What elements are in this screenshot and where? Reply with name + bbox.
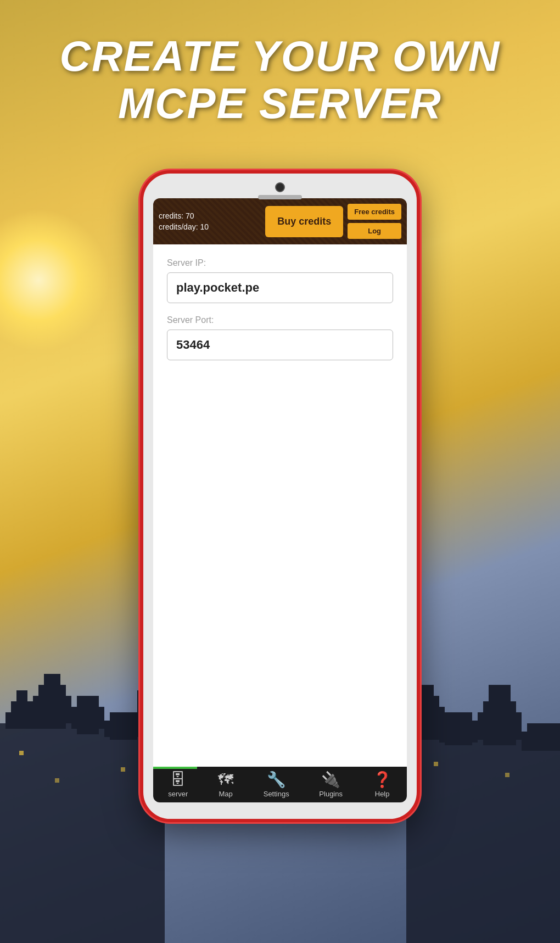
server-ip-label: Server IP: bbox=[167, 258, 393, 268]
server-ip-input[interactable] bbox=[167, 272, 393, 303]
server-port-label: Server Port: bbox=[167, 315, 393, 325]
buy-credits-button[interactable]: Buy credits bbox=[265, 206, 343, 237]
svg-rect-6 bbox=[44, 674, 60, 696]
svg-rect-26 bbox=[434, 762, 438, 766]
credits-amount: credits: 70 bbox=[159, 211, 261, 220]
server-icon: 🗄 bbox=[170, 772, 186, 788]
plugins-icon: 🔌 bbox=[321, 772, 340, 788]
phone-speaker bbox=[258, 195, 302, 199]
svg-rect-12 bbox=[19, 751, 24, 755]
nav-settings[interactable]: 🔧 Settings bbox=[264, 772, 289, 798]
phone-camera bbox=[275, 182, 285, 192]
phone-screen: credits: 70 credits/day: 10 Buy credits … bbox=[153, 198, 407, 802]
nav-help[interactable]: ❓ Help bbox=[373, 772, 392, 798]
svg-rect-15 bbox=[406, 734, 560, 943]
phone-mockup: credits: 70 credits/day: 10 Buy credits … bbox=[140, 170, 420, 822]
svg-rect-25 bbox=[522, 732, 560, 751]
nav-settings-label: Settings bbox=[264, 790, 289, 798]
svg-rect-22 bbox=[478, 712, 522, 740]
page-title: CREATE YOUR OWN MCPE SERVER bbox=[0, 33, 560, 127]
credits-info: credits: 70 credits/day: 10 bbox=[159, 211, 261, 231]
phone-shell: credits: 70 credits/day: 10 Buy credits … bbox=[140, 170, 420, 822]
svg-rect-3 bbox=[16, 690, 27, 707]
trees-right-decoration bbox=[406, 668, 560, 943]
help-icon: ❓ bbox=[373, 772, 392, 788]
svg-rect-20 bbox=[439, 721, 478, 743]
free-credits-button[interactable]: Free credits bbox=[348, 204, 401, 220]
credits-bar: credits: 70 credits/day: 10 Buy credits … bbox=[153, 198, 407, 244]
screen-content: Server IP: Server Port: bbox=[153, 244, 407, 767]
log-button[interactable]: Log bbox=[348, 223, 401, 239]
bottom-navigation: 🗄 server 🗺 Map 🔧 Settings 🔌 Plugins ❓ bbox=[153, 767, 407, 802]
settings-icon: 🔧 bbox=[267, 772, 286, 788]
nav-server-label: server bbox=[168, 790, 188, 798]
nav-plugins[interactable]: 🔌 Plugins bbox=[319, 772, 343, 798]
nav-help-label: Help bbox=[375, 790, 390, 798]
svg-rect-8 bbox=[71, 707, 104, 729]
svg-rect-23 bbox=[489, 685, 511, 707]
svg-rect-5 bbox=[33, 696, 71, 723]
server-port-input[interactable] bbox=[167, 330, 393, 360]
credits-per-day: credits/day: 10 bbox=[159, 222, 261, 231]
phone-top-elements bbox=[258, 182, 302, 199]
map-icon: 🗺 bbox=[218, 772, 233, 788]
svg-rect-14 bbox=[121, 767, 125, 772]
nav-map[interactable]: 🗺 Map bbox=[218, 772, 233, 798]
svg-rect-27 bbox=[505, 773, 509, 777]
svg-rect-13 bbox=[55, 778, 59, 783]
nav-server[interactable]: 🗄 server bbox=[168, 772, 188, 798]
nav-map-label: Map bbox=[219, 790, 232, 798]
nav-plugins-label: Plugins bbox=[319, 790, 343, 798]
right-buttons-group: Free credits Log bbox=[348, 204, 401, 239]
svg-rect-10 bbox=[104, 721, 143, 737]
